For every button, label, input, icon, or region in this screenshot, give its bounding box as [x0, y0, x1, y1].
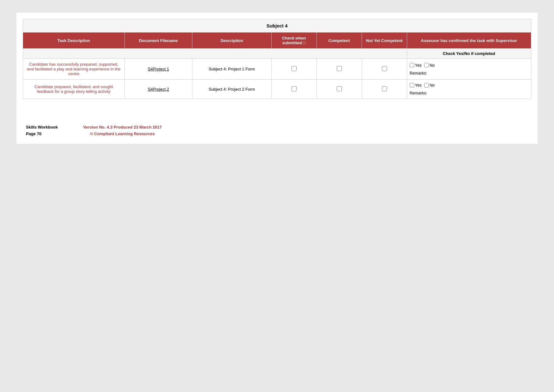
table-row: Candidate has successfully prepared, sup…: [23, 59, 531, 80]
checkbox-not-yet-competent-1[interactable]: [382, 66, 387, 71]
check-submitted-2: [271, 80, 316, 99]
check-submitted-1: [271, 59, 316, 80]
remarks-label-2: Remarks:: [410, 91, 528, 95]
assessor-cell-2: Yes No Remarks:: [407, 80, 531, 99]
checkbox-not-yet-competent-2[interactable]: [382, 86, 387, 91]
remarks-label-1: Remarks:: [410, 71, 528, 75]
task-description-2: Candidate prepared, facilitated, and sou…: [23, 80, 125, 99]
col-header-competent: Competent: [316, 33, 362, 49]
checkbox-yes-2[interactable]: [410, 83, 414, 87]
sub-header-empty: [23, 49, 407, 59]
col-header-check-submitted: Check whensubmitted □: [271, 33, 316, 49]
main-table: Subject 4 Task Description Document File…: [23, 19, 531, 99]
footer-right-line2: © Compliant Learning Resources: [83, 131, 162, 137]
footer-left-line2: Page 70: [26, 131, 58, 137]
no-label-1[interactable]: No: [424, 63, 435, 68]
page-container: Subject 4 Task Description Document File…: [16, 13, 538, 144]
col-header-task-description: Task Description: [23, 33, 125, 49]
checkbox-competent-2[interactable]: [337, 86, 342, 91]
checkbox-yes-1[interactable]: [410, 63, 414, 67]
competent-1: [316, 59, 362, 80]
doc-filename-2: S4Project 2: [124, 80, 192, 99]
footer-left: Skills Workbook Page 70: [26, 124, 58, 137]
description-1: Subject 4: Project 1 Form: [192, 59, 271, 80]
col-header-document-filename: Document Filename: [124, 33, 192, 49]
yes-text-2: Yes: [415, 83, 422, 87]
sub-header-check-yes-no: Check Yes/No if completed: [407, 49, 531, 59]
not-yet-competent-1: [362, 59, 407, 80]
assessor-cell-1: Yes No Remarks:: [407, 59, 531, 80]
checkbox-no-1[interactable]: [424, 63, 429, 67]
table-row: Candidate prepared, facilitated, and sou…: [23, 80, 531, 99]
checkbox-competent-1[interactable]: [337, 66, 342, 71]
doc-filename-link-1[interactable]: S4Project 1: [148, 67, 169, 71]
subject-header: Subject 4: [23, 19, 531, 33]
no-label-2[interactable]: No: [424, 83, 435, 87]
footer-right: Version No. 4.3 Produced 23 March 2017 ©…: [83, 124, 162, 137]
doc-filename-1: S4Project 1: [124, 59, 192, 80]
col-header-not-yet-competent: Not Yet Competent: [362, 33, 407, 49]
footer-right-line1: Version No. 4.3 Produced 23 March 2017: [83, 124, 162, 131]
doc-filename-link-2[interactable]: S4Project 2: [148, 87, 169, 92]
yes-no-row-1: Yes No: [410, 63, 528, 68]
footer-left-line1: Skills Workbook: [26, 124, 58, 131]
yes-label-2[interactable]: Yes: [410, 83, 422, 87]
col-header-description: Description: [192, 33, 271, 49]
col-header-assessor-confirmed: Assessor has confirmed the task with Sup…: [407, 33, 531, 49]
footer: Skills Workbook Page 70 Version No. 4.3 …: [23, 124, 531, 137]
yes-label-1[interactable]: Yes: [410, 63, 422, 68]
yes-text-1: Yes: [415, 63, 422, 68]
checkbox-submitted-1[interactable]: [292, 66, 297, 71]
description-2: Subject 4: Project 2 Form: [192, 80, 271, 99]
checkbox-no-2[interactable]: [424, 83, 429, 87]
competent-2: [316, 80, 362, 99]
checkbox-submitted-2[interactable]: [292, 86, 297, 91]
task-description-1: Candidate has successfully prepared, sup…: [23, 59, 125, 80]
yes-no-row-2: Yes No: [410, 83, 528, 87]
not-yet-competent-2: [362, 80, 407, 99]
no-text-2: No: [430, 83, 435, 87]
no-text-1: No: [430, 63, 435, 68]
